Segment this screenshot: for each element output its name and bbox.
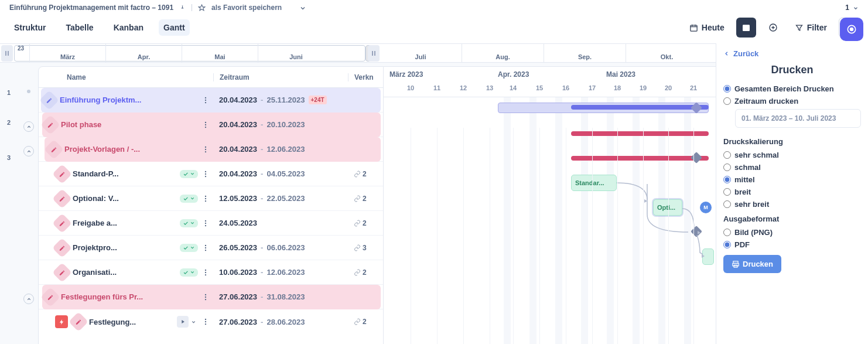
filter-button[interactable]: Filter xyxy=(790,19,832,36)
user-chevron-icon[interactable] xyxy=(853,4,859,12)
radio-format-png[interactable]: Bild (PNG) xyxy=(723,228,861,237)
row-name[interactable]: Organisati... xyxy=(69,268,180,277)
row-more-icon[interactable] xyxy=(198,166,213,182)
radio-scale-0[interactable]: sehr schmal xyxy=(723,151,861,159)
row-name[interactable]: Projektpro... xyxy=(69,243,180,252)
play-chevron[interactable] xyxy=(189,316,198,328)
milestone-freigabe[interactable] xyxy=(691,226,702,237)
tab-tabelle[interactable]: Tabelle xyxy=(61,19,98,36)
week-label: 13 xyxy=(486,84,493,91)
avatar[interactable]: M xyxy=(700,202,712,213)
collapse-node[interactable] xyxy=(23,294,34,304)
gantt-chart[interactable]: März 2023Apr. 2023Mai 202310111213141516… xyxy=(384,66,716,344)
link-count[interactable]: 2 xyxy=(348,170,383,178)
row-name[interactable]: Freigabe a... xyxy=(69,219,180,227)
back-button[interactable]: Zurück xyxy=(723,49,861,58)
tab-struktur[interactable]: Struktur xyxy=(9,19,50,36)
mini-timeline[interactable]: 23 März Apr. Mai Juni Juli Aug. Sep. Okt… xyxy=(0,44,716,63)
gantt-task-projekt[interactable] xyxy=(702,248,714,265)
table-row[interactable]: Projektpro...26.05.2023 - 06.06.2023 3 xyxy=(39,236,383,260)
table-row[interactable]: Einführung Projektm...20.04.2023 - 25.11… xyxy=(39,88,383,113)
link-count[interactable]: 2 xyxy=(348,268,383,277)
link-count[interactable]: 2 xyxy=(348,318,383,326)
table-row[interactable]: Pilot phase20.04.2023 - 20.10.2023 xyxy=(39,113,383,137)
play-icon[interactable] xyxy=(177,316,189,328)
user-badge[interactable]: 1 xyxy=(845,4,849,12)
chevron-down-icon[interactable] xyxy=(299,4,306,12)
radio-print-all[interactable]: Gesamten Bereich Drucken xyxy=(723,84,861,93)
gantt-task-optional[interactable]: Opti... xyxy=(653,199,682,216)
row-name[interactable]: Festlegung... xyxy=(86,318,177,326)
calendar-solid-button[interactable] xyxy=(736,18,756,38)
status-done[interactable] xyxy=(180,244,198,252)
pencil-icon[interactable] xyxy=(52,164,72,184)
date-range-chip[interactable]: 01. März 2023 – 10. Juli 2023 xyxy=(735,109,861,128)
row-more-icon[interactable] xyxy=(198,265,213,280)
pencil-icon[interactable] xyxy=(40,115,60,135)
radio-scale-1[interactable]: schmal xyxy=(723,163,861,172)
row-name[interactable]: Projekt-Vorlagen / -... xyxy=(61,145,198,154)
pencil-icon[interactable] xyxy=(39,90,59,110)
svg-point-26 xyxy=(205,250,206,251)
timeline-left-handle[interactable] xyxy=(1,45,13,62)
row-more-icon[interactable] xyxy=(198,142,213,157)
timeline-right-handle[interactable] xyxy=(368,45,380,62)
print-button[interactable]: Drucken xyxy=(723,255,781,273)
row-more-icon[interactable] xyxy=(198,117,213,132)
row-more-icon[interactable] xyxy=(198,289,213,305)
link-count[interactable]: 2 xyxy=(348,195,383,203)
row-name[interactable]: Standard-P... xyxy=(69,169,180,178)
add-button[interactable] xyxy=(763,18,783,38)
pencil-icon[interactable] xyxy=(52,263,72,282)
bolt-icon xyxy=(55,315,68,328)
col-name[interactable]: Name xyxy=(62,73,213,81)
table-row[interactable]: Organisati...10.06.2023 - 12.06.2023 2 xyxy=(39,260,383,285)
today-button[interactable]: Heute xyxy=(685,19,729,36)
table-row[interactable]: Optional: V...12.05.2023 - 22.05.2023 2 xyxy=(39,186,383,211)
row-more-icon[interactable] xyxy=(198,216,213,231)
table-row[interactable]: Projekt-Vorlagen / -...20.04.2023 - 12.0… xyxy=(39,137,383,162)
radio-scale-4[interactable]: sehr breit xyxy=(723,200,861,209)
col-zeitraum[interactable]: Zeitraum xyxy=(213,73,348,81)
favorite-label[interactable]: als Favorit speichern xyxy=(211,4,282,12)
row-more-icon[interactable] xyxy=(198,314,213,329)
svg-point-23 xyxy=(205,225,206,226)
pencil-icon[interactable] xyxy=(69,312,88,332)
row-name[interactable]: Einführung Projektm... xyxy=(56,96,198,104)
table-row[interactable]: Standard-P...20.04.2023 - 04.05.2023 2 xyxy=(39,162,383,186)
pencil-icon[interactable] xyxy=(52,213,72,233)
format-section: Ausgabeformat xyxy=(723,214,861,223)
row-more-icon[interactable] xyxy=(198,191,213,206)
status-done[interactable] xyxy=(180,195,198,203)
row-name[interactable]: Pilot phase xyxy=(57,120,198,129)
radio-scale-2[interactable]: mittel xyxy=(723,175,861,184)
target-fab[interactable] xyxy=(840,18,863,41)
pencil-icon[interactable] xyxy=(44,139,64,159)
radio-print-range[interactable]: Zeitraum drucken xyxy=(723,97,861,105)
row-more-icon[interactable] xyxy=(198,240,213,256)
star-icon[interactable] xyxy=(198,4,206,12)
collapse-node[interactable] xyxy=(23,146,34,156)
tab-gantt[interactable]: Gantt xyxy=(159,19,190,36)
collapse-node[interactable] xyxy=(23,121,34,132)
tab-kanban[interactable]: Kanban xyxy=(109,19,148,36)
pin-icon[interactable] xyxy=(179,4,186,12)
status-done[interactable] xyxy=(180,268,198,277)
radio-scale-3[interactable]: breit xyxy=(723,188,861,196)
col-verknuepft[interactable]: Verkn xyxy=(348,73,383,81)
table-row[interactable]: Festlegung...27.06.2023 - 28.06.2023 2 xyxy=(39,309,383,334)
row-name[interactable]: Optional: V... xyxy=(69,194,180,203)
link-count[interactable]: 3 xyxy=(348,244,383,252)
link-count[interactable]: 2 xyxy=(348,219,383,227)
row-name[interactable]: Festlegungen fürs Pr... xyxy=(57,292,198,301)
pencil-icon[interactable] xyxy=(52,189,72,209)
status-done[interactable] xyxy=(180,219,198,227)
gantt-task-standard[interactable]: Standar... xyxy=(571,175,617,191)
status-done[interactable] xyxy=(180,170,198,178)
pencil-icon[interactable] xyxy=(52,238,72,258)
pencil-icon[interactable] xyxy=(40,287,60,307)
row-more-icon[interactable] xyxy=(198,93,213,108)
table-row[interactable]: Festlegungen fürs Pr...27.06.2023 - 31.0… xyxy=(39,285,383,309)
radio-format-pdf[interactable]: PDF xyxy=(723,240,861,249)
table-row[interactable]: Freigabe a...24.05.2023 2 xyxy=(39,211,383,236)
